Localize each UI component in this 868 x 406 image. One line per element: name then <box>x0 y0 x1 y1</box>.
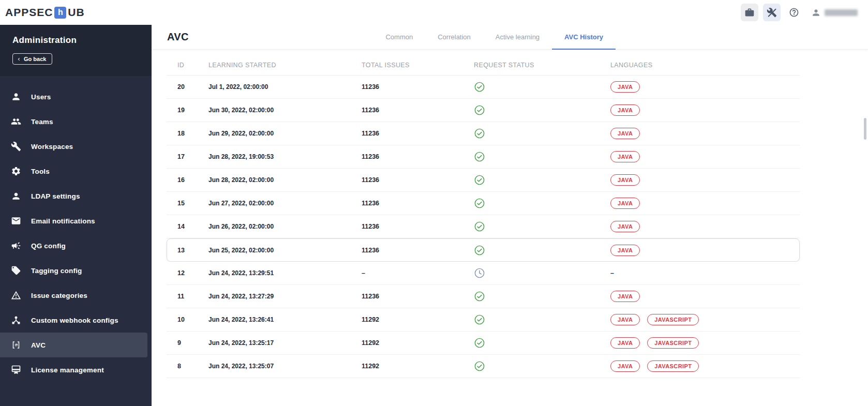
table-row-id-13[interactable]: 13Jun 25, 2022, 02:00:0011236JAVA <box>167 238 800 262</box>
cell-total-issues: 11292 <box>362 363 474 370</box>
gear-icon <box>11 166 21 176</box>
user-menu[interactable] <box>811 8 858 18</box>
top-header: APPSEC h UB <box>0 0 868 25</box>
sidebar-item-label: Email notifications <box>31 217 95 225</box>
cell-learning-started: Jun 26, 2022, 02:00:00 <box>208 223 362 230</box>
sidebar-item-teams[interactable]: Teams <box>0 109 152 134</box>
avc-brackets-icon <box>11 340 21 350</box>
cell-id: 20 <box>177 83 208 91</box>
toolbox-icon <box>744 7 755 18</box>
table-body: 20Jul 1, 2022, 02:00:0011236JAVA19Jun 30… <box>167 76 800 378</box>
table-row-id-8[interactable]: 8Jun 24, 2022, 13:25:0711292JAVAJAVASCRI… <box>167 355 800 378</box>
tab-correlation[interactable]: Correlation <box>425 25 483 50</box>
table-row-id-17[interactable]: 17Jun 28, 2022, 19:00:5311236JAVA <box>167 145 800 169</box>
table-row-id-20[interactable]: 20Jul 1, 2022, 02:00:0011236JAVA <box>167 76 800 99</box>
logo-text-suffix: UB <box>68 6 84 19</box>
cell-learning-started: Jun 28, 2022, 19:00:53 <box>208 153 362 160</box>
page-title: AVC <box>167 31 189 43</box>
tab-common[interactable]: Common <box>373 25 425 50</box>
tab-avc-history[interactable]: AVC History <box>552 25 616 50</box>
status-success-icon <box>474 198 485 209</box>
cell-learning-started: Jun 25, 2022, 02:00:00 <box>208 247 362 254</box>
language-chip: JAVA <box>610 128 640 139</box>
table-row-id-11[interactable]: 11Jun 24, 2022, 13:27:2911236JAVA <box>167 285 800 308</box>
status-success-icon <box>474 151 485 162</box>
sidebar-item-workspaces[interactable]: Workspaces <box>0 134 152 159</box>
app-logo[interactable]: APPSEC h UB <box>5 6 85 19</box>
table-row-id-18[interactable]: 18Jun 29, 2022, 02:00:0011236JAVA <box>167 122 800 145</box>
admin-tools-button[interactable] <box>763 4 781 21</box>
column-header-total-issues: TOTAL ISSUES <box>362 62 474 69</box>
user-name-redacted <box>825 9 858 16</box>
sidebar-item-issue-categories[interactable]: Issue categories <box>0 283 152 308</box>
sidebar-header: Administration Go back <box>0 25 152 76</box>
admin-tools-icon <box>767 7 777 18</box>
cell-learning-started: Jun 27, 2022, 02:00:00 <box>208 200 362 207</box>
cell-request-status <box>474 291 610 302</box>
cell-learning-started: Jun 30, 2022, 02:00:00 <box>208 107 362 114</box>
language-chip: JAVA <box>610 221 640 232</box>
sidebar-item-label: QG config <box>31 242 66 250</box>
cell-languages: JAVA <box>610 291 800 302</box>
status-success-icon <box>474 291 485 302</box>
sidebar-item-custom-webhook-configs[interactable]: Custom webhook configs <box>0 308 152 333</box>
language-chip: JAVASCRIPT <box>647 337 699 349</box>
sidebar-item-avc[interactable]: AVC <box>0 333 147 357</box>
cell-request-status <box>474 104 610 116</box>
cell-total-issues: 11236 <box>362 247 474 254</box>
cell-request-status <box>474 221 610 232</box>
table-row-id-16[interactable]: 16Jun 28, 2022, 02:00:0011236JAVA <box>167 169 800 192</box>
page-toolbar: AVC CommonCorrelationActive learningAVC … <box>152 25 868 50</box>
sidebar-item-tagging-config[interactable]: Tagging config <box>0 258 152 283</box>
sidebar-item-email-notifications[interactable]: Email notifications <box>0 208 152 233</box>
hub-icon <box>11 315 21 325</box>
cell-learning-started: Jun 24, 2022, 13:25:17 <box>208 339 362 347</box>
column-header-learning-started: LEARNING STARTED <box>208 62 362 69</box>
cell-request-status <box>474 267 610 279</box>
cell-learning-started: Jun 24, 2022, 13:25:07 <box>208 363 362 370</box>
people-icon <box>11 116 21 127</box>
cell-languages: JAVA <box>610 151 800 162</box>
table-row-id-15[interactable]: 15Jun 27, 2022, 02:00:0011236JAVA <box>167 192 800 215</box>
cell-languages: JAVA <box>610 104 800 116</box>
language-chip: JAVA <box>610 151 640 162</box>
sidebar-item-ldap-settings[interactable]: LDAP settings <box>0 184 152 208</box>
language-chip: JAVA <box>610 81 640 93</box>
table-row-id-10[interactable]: 10Jun 24, 2022, 13:26:4111292JAVAJAVASCR… <box>167 308 800 332</box>
status-success-icon <box>474 174 485 186</box>
logo-text-prefix: APPSEC <box>5 6 53 19</box>
table-row-id-19[interactable]: 19Jun 30, 2022, 02:00:0011236JAVA <box>167 99 800 122</box>
status-success-icon <box>474 221 485 232</box>
language-chip: JAVASCRIPT <box>647 360 699 372</box>
sidebar-item-users[interactable]: Users <box>0 84 152 109</box>
language-chip: JAVASCRIPT <box>647 314 699 325</box>
sidebar-nav: UsersTeamsWorkspacesToolsLDAP settingsEm… <box>0 76 152 382</box>
cell-learning-started: Jun 24, 2022, 13:26:41 <box>208 316 362 323</box>
help-button[interactable] <box>785 4 803 21</box>
megaphone-icon <box>11 240 21 251</box>
table-row-id-9[interactable]: 9Jun 24, 2022, 13:25:1711292JAVAJAVASCRI… <box>167 332 800 355</box>
cell-total-issues: 11236 <box>362 176 474 184</box>
table-row-id-12[interactable]: 12Jun 24, 2022, 13:29:51–– <box>167 262 800 285</box>
avc-history-table: IDLEARNING STARTEDTOTAL ISSUESREQUEST ST… <box>167 55 800 378</box>
sidebar-item-qg-config[interactable]: QG config <box>0 233 152 258</box>
cell-learning-started: Jun 28, 2022, 02:00:00 <box>208 176 362 184</box>
scrollbar[interactable] <box>864 118 866 140</box>
status-pending-icon <box>474 267 485 279</box>
language-chip: JAVA <box>610 337 640 349</box>
sidebar-item-license-management[interactable]: License management <box>0 357 152 382</box>
sidebar-item-tools[interactable]: Tools <box>0 159 152 184</box>
cell-request-status <box>474 128 610 139</box>
cell-languages: JAVA <box>610 128 800 139</box>
toolbox-button[interactable] <box>741 4 758 21</box>
go-back-button[interactable]: Go back <box>12 53 52 65</box>
cell-id: 11 <box>177 293 208 300</box>
sidebar-item-label: Teams <box>31 118 53 126</box>
sidebar-item-label: Custom webhook configs <box>31 317 118 324</box>
cell-total-issues: 11236 <box>362 107 474 114</box>
status-success-icon <box>474 360 485 372</box>
table-row-id-14[interactable]: 14Jun 26, 2022, 02:00:0011236JAVA <box>167 215 800 238</box>
tab-active-learning[interactable]: Active learning <box>483 25 552 50</box>
sidebar-item-label: Issue categories <box>31 292 87 299</box>
language-chip: JAVA <box>610 104 640 116</box>
